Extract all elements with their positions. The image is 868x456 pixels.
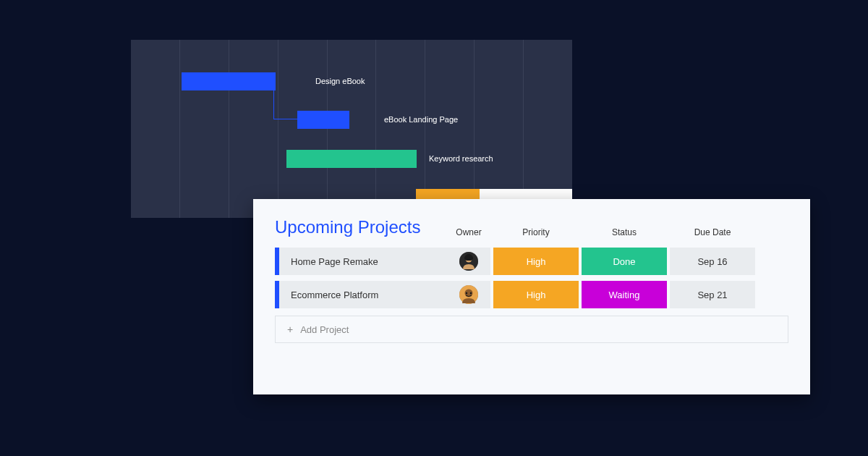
status-cell[interactable]: Done xyxy=(582,248,667,275)
due-date-cell: Sep 16 xyxy=(670,248,755,275)
upcoming-projects-panel: Upcoming Projects Owner Priority Status … xyxy=(253,199,810,394)
owner-cell[interactable] xyxy=(447,248,490,275)
project-name: Home Page Remake xyxy=(279,248,447,275)
add-project-button[interactable]: + Add Project xyxy=(275,316,788,343)
plus-icon: + xyxy=(287,324,293,335)
avatar xyxy=(459,285,478,304)
column-header-status: Status xyxy=(582,227,667,237)
column-header-priority: Priority xyxy=(493,227,579,237)
svg-point-5 xyxy=(470,292,472,295)
gantt-bar-ebook-landing[interactable] xyxy=(297,111,349,129)
gantt-bar-keyword-research[interactable] xyxy=(286,150,417,168)
gantt-label: Keyword research xyxy=(429,150,493,168)
project-row[interactable]: Home Page Remake High Done Sep 16 xyxy=(275,248,788,275)
gantt-label: Design eBook xyxy=(315,72,365,90)
gantt-label: eBook Landing Page xyxy=(384,111,458,129)
priority-cell[interactable]: High xyxy=(493,248,579,275)
gantt-bar-design-ebook[interactable] xyxy=(182,72,276,90)
owner-cell[interactable] xyxy=(447,281,490,308)
add-project-label: Add Project xyxy=(300,324,349,335)
due-date-cell: Sep 21 xyxy=(670,281,755,308)
status-cell[interactable]: Waiting xyxy=(582,281,667,308)
projects-title: Upcoming Projects xyxy=(275,217,447,237)
column-header-due: Due Date xyxy=(670,227,755,237)
column-header-owner: Owner xyxy=(447,227,490,237)
gantt-connector xyxy=(273,90,297,119)
svg-point-4 xyxy=(466,292,467,295)
avatar xyxy=(459,252,478,271)
projects-header: Upcoming Projects Owner Priority Status … xyxy=(253,199,810,248)
project-name: Ecommerce Platform xyxy=(279,281,447,308)
gantt-chart: Design eBook eBook Landing Page Keyword … xyxy=(131,40,572,218)
project-row[interactable]: Ecommerce Platform High Waiting Sep 21 xyxy=(275,281,788,308)
priority-cell[interactable]: High xyxy=(493,281,579,308)
